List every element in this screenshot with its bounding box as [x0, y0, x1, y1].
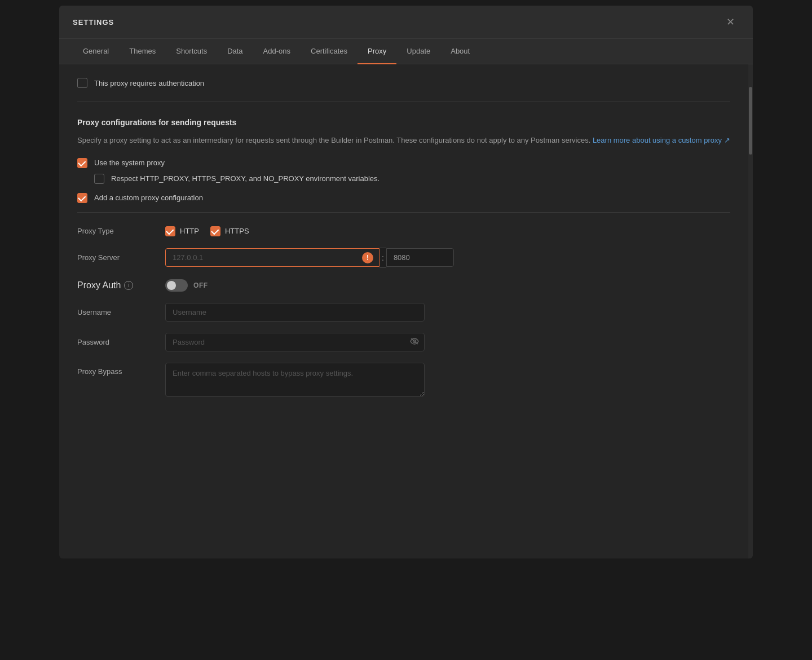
tab-bar: General Themes Shortcuts Data Add-ons Ce… — [59, 39, 753, 64]
use-system-proxy-label: Use the system proxy — [94, 159, 165, 167]
tab-themes[interactable]: Themes — [119, 39, 166, 64]
close-button[interactable]: ✕ — [722, 15, 739, 29]
env-vars-row: Respect HTTP_PROXY, HTTPS_PROXY, and NO_… — [94, 174, 730, 184]
tab-general[interactable]: General — [73, 39, 119, 64]
proxy-configs-title: Proxy configurations for sending request… — [77, 118, 730, 127]
bypass-label: Proxy Bypass — [77, 363, 156, 376]
proxy-server-error-icon: ! — [362, 252, 373, 263]
title-bar: SETTINGS ✕ — [59, 6, 753, 39]
content-area: This proxy requires authentication Proxy… — [59, 64, 753, 558]
toggle-knob — [167, 281, 176, 290]
tab-proxy[interactable]: Proxy — [358, 39, 396, 64]
bypass-row: Proxy Bypass — [77, 363, 730, 397]
username-row: Username — [77, 303, 730, 322]
top-section: This proxy requires authentication — [77, 78, 730, 102]
auth-checkbox-label: This proxy requires authentication — [94, 79, 204, 87]
tab-data[interactable]: Data — [217, 39, 253, 64]
proxy-auth-info-icon[interactable]: i — [124, 281, 133, 290]
proxy-auth-toggle-label: OFF — [193, 281, 208, 289]
proxy-server-row: Proxy Server ! : — [77, 248, 730, 268]
tab-shortcuts[interactable]: Shortcuts — [166, 39, 217, 64]
proxy-auth-toggle-group: OFF — [165, 279, 208, 292]
proxy-type-https-item: HTTPS — [210, 226, 249, 236]
proxy-auth-label: Proxy Auth — [77, 280, 121, 291]
scrollbar-track[interactable] — [748, 64, 753, 558]
colon-separator: : — [379, 248, 386, 268]
proxy-server-label: Proxy Server — [77, 253, 156, 262]
proxy-type-label: Proxy Type — [77, 227, 156, 235]
proxy-auth-toggle[interactable] — [165, 279, 188, 292]
custom-proxy-checkbox[interactable] — [77, 193, 87, 203]
proxy-server-input[interactable] — [166, 249, 379, 266]
password-input[interactable] — [165, 333, 425, 351]
proxy-type-http-item: HTTP — [165, 226, 199, 236]
use-system-proxy-row: Use the system proxy — [77, 158, 730, 168]
proxy-port-input[interactable] — [386, 248, 454, 267]
proxy-configs-description: Specify a proxy setting to act as an int… — [77, 135, 730, 147]
password-row: Password — [77, 333, 730, 351]
proxy-type-http-label: HTTP — [180, 227, 199, 235]
custom-proxy-row: Add a custom proxy configuration — [77, 193, 730, 203]
proxy-auth-row: Proxy Auth i OFF — [77, 279, 730, 292]
proxy-type-http-checkbox[interactable] — [165, 226, 175, 236]
proxy-type-checkboxes: HTTP HTTPS — [165, 226, 249, 236]
use-system-proxy-block: Use the system proxy Respect HTTP_PROXY,… — [77, 158, 730, 184]
username-label: Username — [77, 308, 156, 316]
tab-about[interactable]: About — [440, 39, 480, 64]
use-system-proxy-checkbox[interactable] — [77, 158, 87, 168]
password-label: Password — [77, 338, 156, 346]
env-vars-block: Respect HTTP_PROXY, HTTPS_PROXY, and NO_… — [94, 174, 730, 184]
password-visibility-icon[interactable] — [410, 337, 419, 346]
auth-checkbox-row: This proxy requires authentication — [77, 78, 730, 88]
env-vars-checkbox[interactable] — [94, 174, 104, 184]
tab-update[interactable]: Update — [396, 39, 440, 64]
bypass-input[interactable] — [165, 363, 425, 397]
username-input[interactable] — [165, 303, 425, 322]
main-content: This proxy requires authentication Proxy… — [59, 64, 748, 558]
auth-checkbox[interactable] — [77, 78, 87, 88]
settings-window: SETTINGS ✕ General Themes Shortcuts Data… — [59, 6, 753, 558]
password-field-wrapper — [165, 333, 425, 351]
env-vars-label: Respect HTTP_PROXY, HTTPS_PROXY, and NO_… — [111, 174, 379, 183]
learn-more-link[interactable]: Learn more about using a custom proxy ↗ — [593, 136, 730, 144]
proxy-auth-label-wrap: Proxy Auth i — [77, 280, 156, 291]
divider — [77, 212, 730, 213]
custom-proxy-label: Add a custom proxy configuration — [94, 193, 203, 202]
proxy-type-row: Proxy Type HTTP HTTPS — [77, 226, 730, 236]
tab-addons[interactable]: Add-ons — [253, 39, 301, 64]
proxy-server-input-wrapper: ! — [165, 248, 379, 267]
custom-proxy-block: Add a custom proxy configuration — [77, 193, 730, 203]
tab-certificates[interactable]: Certificates — [301, 39, 358, 64]
proxy-type-https-label: HTTPS — [225, 227, 249, 235]
proxy-server-input-group: ! : — [165, 248, 454, 268]
scrollbar-thumb[interactable] — [749, 87, 752, 155]
proxy-configs-section: Proxy configurations for sending request… — [77, 118, 730, 397]
proxy-type-https-checkbox[interactable] — [210, 226, 220, 236]
window-title: SETTINGS — [73, 18, 114, 27]
